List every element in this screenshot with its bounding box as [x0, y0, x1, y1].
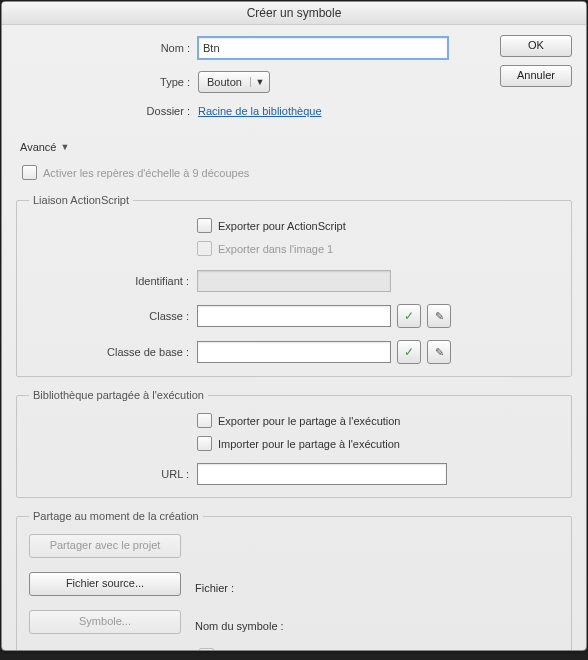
type-select[interactable]: Bouton ▼: [198, 71, 270, 93]
source-file-button[interactable]: Fichier source...: [29, 572, 181, 596]
actionscript-linkage-legend: Liaison ActionScript: [29, 194, 133, 206]
symbol-row: Symbole... Nom du symbole :: [29, 610, 559, 642]
import-runtime-checkbox[interactable]: [197, 436, 212, 451]
type-row: Type : Bouton ▼: [16, 71, 572, 93]
advanced-toggle[interactable]: Avancé ▼: [20, 141, 69, 153]
folder-row: Dossier : Racine de la bibliothèque: [16, 105, 572, 117]
authoring-sharing-group: Partage au moment de la création Partage…: [16, 510, 572, 651]
chevron-down-icon: ▼: [61, 142, 70, 152]
baseclass-row: Classe de base : ✓ ✎: [29, 340, 559, 364]
export-frame1-row: Exporter dans l'image 1: [197, 241, 559, 256]
baseclass-edit-button[interactable]: ✎: [427, 340, 451, 364]
class-row: Classe : ✓ ✎: [29, 304, 559, 328]
update-auto-row: Mettre à jour automatiquement: [199, 648, 559, 651]
export-runtime-row: Exporter pour le partage à l'exécution: [197, 413, 559, 428]
update-auto-checkbox: [199, 648, 214, 651]
baseclass-input[interactable]: [197, 341, 391, 363]
authoring-sharing-legend: Partage au moment de la création: [29, 510, 203, 522]
export-frame1-label: Exporter dans l'image 1: [218, 243, 333, 255]
url-label: URL :: [29, 468, 197, 480]
scale9-row: Activer les repères d'échelle à 9 découp…: [22, 165, 572, 180]
baseclass-label: Classe de base :: [29, 346, 197, 358]
class-edit-button[interactable]: ✎: [427, 304, 451, 328]
export-actionscript-checkbox[interactable]: [197, 218, 212, 233]
file-label: Fichier :: [195, 582, 234, 594]
check-icon: ✓: [404, 309, 414, 323]
name-label: Nom :: [16, 42, 198, 54]
export-runtime-checkbox[interactable]: [197, 413, 212, 428]
symbol-button: Symbole...: [29, 610, 181, 634]
url-input[interactable]: [197, 463, 447, 485]
export-actionscript-label: Exporter pour ActionScript: [218, 220, 346, 232]
update-auto-label: Mettre à jour automatiquement: [220, 650, 370, 652]
pencil-icon: ✎: [435, 310, 444, 323]
export-runtime-label: Exporter pour le partage à l'exécution: [218, 415, 401, 427]
import-runtime-row: Importer pour le partage à l'exécution: [197, 436, 559, 451]
type-label: Type :: [16, 76, 198, 88]
symbol-name-label: Nom du symbole :: [195, 620, 284, 632]
import-runtime-label: Importer pour le partage à l'exécution: [218, 438, 400, 450]
folder-label: Dossier :: [16, 105, 198, 117]
dialog-action-buttons: OK Annuler: [500, 35, 572, 87]
runtime-shared-legend: Bibliothèque partagée à l'exécution: [29, 389, 208, 401]
name-input[interactable]: [198, 37, 448, 59]
class-validate-button[interactable]: ✓: [397, 304, 421, 328]
share-project-button: Partager avec le projet: [29, 534, 181, 558]
dialog-content: OK Annuler Nom : Type : Bouton ▼ Dossier…: [2, 25, 586, 651]
identifier-row: Identifiant :: [29, 270, 559, 292]
pencil-icon: ✎: [435, 346, 444, 359]
ok-button[interactable]: OK: [500, 35, 572, 57]
class-input[interactable]: [197, 305, 391, 327]
folder-link[interactable]: Racine de la bibliothèque: [198, 105, 322, 117]
identifier-input: [197, 270, 391, 292]
cancel-button[interactable]: Annuler: [500, 65, 572, 87]
window-title: Créer un symbole: [2, 2, 586, 25]
baseclass-validate-button[interactable]: ✓: [397, 340, 421, 364]
check-icon: ✓: [404, 345, 414, 359]
runtime-shared-group: Bibliothèque partagée à l'exécution Expo…: [16, 389, 572, 498]
actionscript-linkage-group: Liaison ActionScript Exporter pour Actio…: [16, 194, 572, 377]
scale9-label: Activer les repères d'échelle à 9 découp…: [43, 167, 249, 179]
chevron-down-icon: ▼: [250, 77, 269, 87]
create-symbol-dialog: Créer un symbole OK Annuler Nom : Type :…: [1, 1, 587, 651]
export-frame1-checkbox: [197, 241, 212, 256]
export-actionscript-row: Exporter pour ActionScript: [197, 218, 559, 233]
identifier-label: Identifiant :: [29, 275, 197, 287]
name-row: Nom :: [16, 37, 572, 59]
share-project-row: Partager avec le projet: [29, 534, 559, 566]
class-label: Classe :: [29, 310, 197, 322]
url-row: URL :: [29, 463, 559, 485]
type-select-value: Bouton: [199, 76, 250, 88]
source-file-row: Fichier source... Fichier :: [29, 572, 559, 604]
advanced-label: Avancé: [20, 141, 57, 153]
scale9-checkbox[interactable]: [22, 165, 37, 180]
